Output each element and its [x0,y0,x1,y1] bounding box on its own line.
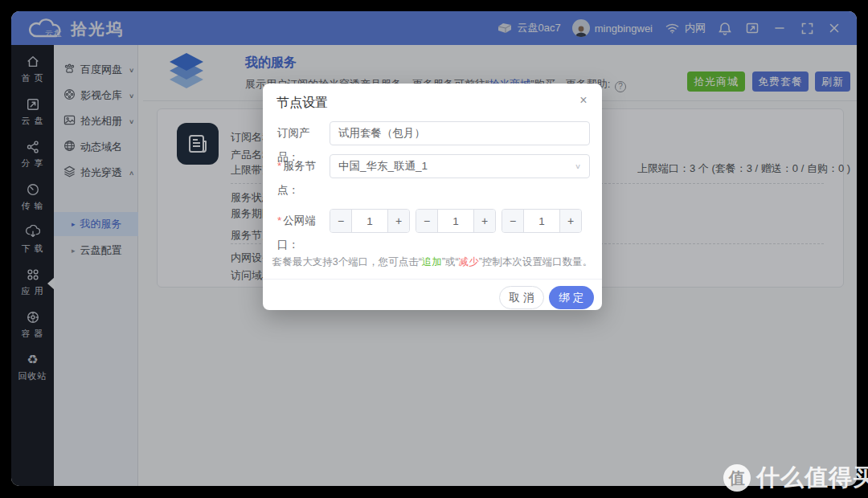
node-select-value: 中国_华东_联通_1 [338,159,428,173]
port-value-input[interactable] [438,210,473,232]
dialog-close-icon[interactable]: × [575,92,592,109]
reduce-port-link[interactable]: 减少 [459,256,479,267]
node-label: *服务节点： [277,154,327,202]
note-text: 套餐最大支持3个端口，您可点击“ [272,256,422,267]
label-text: 服务节点： [277,160,316,196]
increment-button[interactable]: + [473,210,495,232]
port-label: *公网端口： [277,209,327,257]
note-text: ”控制本次设置端口数量。 [479,256,593,267]
smzdm-watermark-text: 什么值得买 [756,462,868,494]
node-select[interactable]: 中国_华东_联通_1 ∨ [330,154,590,178]
decrement-button[interactable]: − [502,210,524,232]
label-text: 公网端口： [277,214,316,251]
cancel-button[interactable]: 取 消 [499,286,544,309]
product-input[interactable] [330,121,590,145]
required-mark: * [277,214,281,227]
smzdm-watermark: 值 什么值得买 [723,462,868,494]
app-window: 云盘 拾光坞 云盘0ac7 mingbingwei [11,11,857,486]
increment-button[interactable]: + [387,210,409,232]
bind-button[interactable]: 绑 定 [549,286,594,309]
chevron-down-icon: ∨ [575,162,581,170]
dialog-title: 节点设置 [276,95,328,112]
decrement-button[interactable]: − [330,210,352,232]
port-stepper-1: − + [330,209,410,233]
smzdm-badge-icon: 值 [723,464,751,492]
port-stepper-3: − + [502,209,582,233]
port-note: 套餐最大支持3个端口，您可点击“追加”或“减少”控制本次设置端口数量。 [263,255,602,269]
port-stepper-2: − + [416,209,496,233]
node-settings-dialog: 节点设置 × 订阅产品： *服务节点： 中国_华东_联通_1 ∨ *公网端口： … [263,84,602,310]
required-mark: * [277,160,281,172]
port-value-input[interactable] [352,210,387,232]
decrement-button[interactable]: − [416,210,438,232]
add-port-link[interactable]: 追加 [422,256,442,267]
note-text: ”或“ [442,256,459,267]
dialog-footer: 取 消 绑 定 [263,279,602,310]
port-value-input[interactable] [524,210,559,232]
increment-button[interactable]: + [559,210,581,232]
